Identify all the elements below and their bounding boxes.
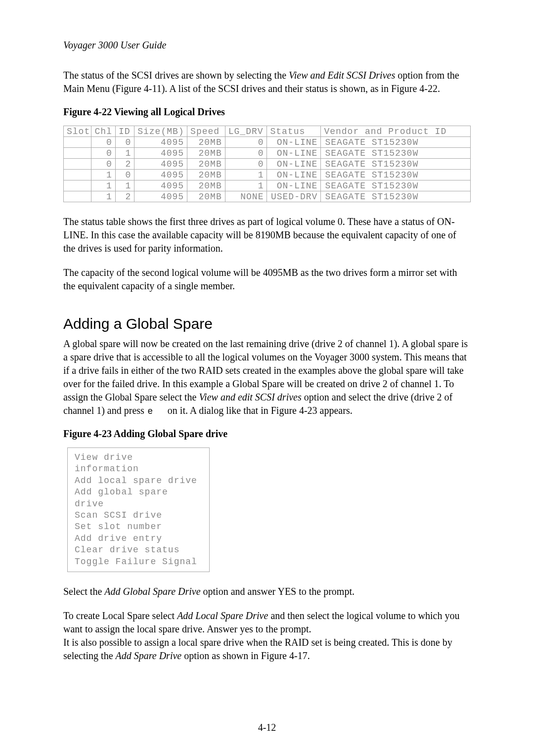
text: option and answer YES to the prompt. [201, 586, 355, 597]
cell: 4095 [134, 159, 187, 170]
menu-option-name: Add Spare Drive [116, 650, 182, 661]
cell: ON-LINE [267, 137, 321, 148]
cell: 4095 [134, 180, 187, 191]
text: on it. A dialog like that in Figure 4-23… [165, 405, 353, 416]
menu-item: Scan SCSI drive [75, 510, 202, 521]
cell: 0 [115, 137, 134, 148]
menu-item: Add drive entry [75, 533, 202, 544]
cell: 4095 [134, 191, 187, 202]
table-row: 11409520MB1ON-LINESEAGATE ST15230W [64, 180, 471, 191]
cell [64, 180, 91, 191]
cell: 20MB [187, 159, 225, 170]
cell: SEAGATE ST15230W [321, 159, 471, 170]
cell: 1 [115, 180, 134, 191]
cell: 1 [91, 180, 115, 191]
cell: 20MB [187, 180, 225, 191]
enter-key-icon: e [147, 406, 165, 416]
table-row: 10409520MB1ON-LINESEAGATE ST15230W [64, 170, 471, 180]
cell: ON-LINE [267, 148, 321, 159]
figure-22-caption: Figure 4-22 Viewing all Logical Drives [63, 106, 471, 118]
cell [64, 148, 91, 159]
cell: SEAGATE ST15230W [321, 191, 471, 202]
cell: 1 [115, 148, 134, 159]
col-header: ID [115, 126, 134, 137]
cell: 4095 [134, 148, 187, 159]
drive-menu-dialog: View drive informationAdd local spare dr… [67, 447, 210, 572]
cell [64, 191, 91, 202]
page-number: 4-12 [0, 722, 534, 733]
cell: 20MB [187, 148, 225, 159]
cell: 1 [91, 191, 115, 202]
cell: SEAGATE ST15230W [321, 148, 471, 159]
cell: 0 [225, 148, 267, 159]
section-heading-global-spare: Adding a Global Spare [63, 315, 471, 332]
cell: 0 [225, 137, 267, 148]
menu-item: Clear drive status [75, 544, 202, 556]
table-row: 00409520MB0ON-LINESEAGATE ST15230W [64, 137, 471, 148]
status-paragraph-1: The status table shows the first three d… [63, 215, 471, 255]
col-header: Slot [64, 126, 91, 137]
cell: 0 [91, 148, 115, 159]
menu-item: Add local spare drive [75, 475, 202, 487]
global-spare-paragraph: A global spare will now be created on th… [63, 337, 471, 417]
col-header: LG_DRV [225, 126, 267, 137]
menu-option-name: Add Global Spare Drive [104, 586, 200, 597]
document-header: Voyager 3000 User Guide [63, 40, 471, 51]
cell: ON-LINE [267, 159, 321, 170]
table-row: 01409520MB0ON-LINESEAGATE ST15230W [64, 148, 471, 159]
text: The status of the SCSI drives are shown … [63, 70, 289, 81]
cell: 1 [225, 180, 267, 191]
menu-item: Add global spare drive [75, 487, 202, 510]
col-header: Status [267, 126, 321, 137]
menu-item: Set slot number [75, 521, 202, 533]
figure-23-caption: Figure 4-23 Adding Global Spare drive [63, 428, 471, 440]
col-header: Vendor and Product ID [321, 126, 471, 137]
table-row: 12409520MBNONEUSED-DRVSEAGATE ST15230W [64, 191, 471, 202]
text: To create Local Spare select [63, 610, 177, 621]
cell: 0 [91, 137, 115, 148]
cell: 20MB [187, 191, 225, 202]
cell: 0 [91, 159, 115, 170]
col-header: Speed [187, 126, 225, 137]
col-header: Chl [91, 126, 115, 137]
cell: SEAGATE ST15230W [321, 180, 471, 191]
table-body: 00409520MB0ON-LINESEAGATE ST15230W014095… [64, 137, 471, 202]
scsi-drive-table: SlotChlIDSize(MB)SpeedLG_DRVStatusVendor… [63, 126, 471, 202]
cell: 1 [91, 170, 115, 180]
cell: 0 [225, 159, 267, 170]
text: option as shown in Figure 4-17. [181, 650, 310, 661]
menu-option-name: Add Local Spare Drive [177, 610, 268, 621]
text: Select the [63, 586, 104, 597]
cell: 2 [115, 159, 134, 170]
menu-item: Toggle Failure Signal [75, 556, 202, 568]
page: Voyager 3000 User Guide The status of th… [0, 0, 534, 756]
cell: USED-DRV [267, 191, 321, 202]
cell: 4095 [134, 170, 187, 180]
cell [64, 159, 91, 170]
cell: 1 [225, 170, 267, 180]
cell: NONE [225, 191, 267, 202]
select-global-spare-paragraph: Select the Add Global Spare Drive option… [63, 585, 471, 598]
cell [64, 170, 91, 180]
table-row: 02409520MB0ON-LINESEAGATE ST15230W [64, 159, 471, 170]
local-spare-paragraph: To create Local Spare select Add Local S… [63, 609, 471, 663]
cell: 4095 [134, 137, 187, 148]
menu-option-name: View and edit SCSI drives [199, 392, 301, 402]
status-paragraph-2: The capacity of the second logical volum… [63, 266, 471, 293]
cell: ON-LINE [267, 170, 321, 180]
intro-paragraph: The status of the SCSI drives are shown … [63, 69, 471, 95]
cell: SEAGATE ST15230W [321, 170, 471, 180]
cell: 20MB [187, 170, 225, 180]
cell: 20MB [187, 137, 225, 148]
cell [64, 137, 91, 148]
cell: SEAGATE ST15230W [321, 137, 471, 148]
table-header-row: SlotChlIDSize(MB)SpeedLG_DRVStatusVendor… [64, 126, 471, 137]
menu-option-name: View and Edit SCSI Drives [289, 70, 395, 81]
menu-item: View drive information [75, 452, 202, 475]
cell: 2 [115, 191, 134, 202]
cell: ON-LINE [267, 180, 321, 191]
col-header: Size(MB) [134, 126, 187, 137]
cell: 0 [115, 170, 134, 180]
